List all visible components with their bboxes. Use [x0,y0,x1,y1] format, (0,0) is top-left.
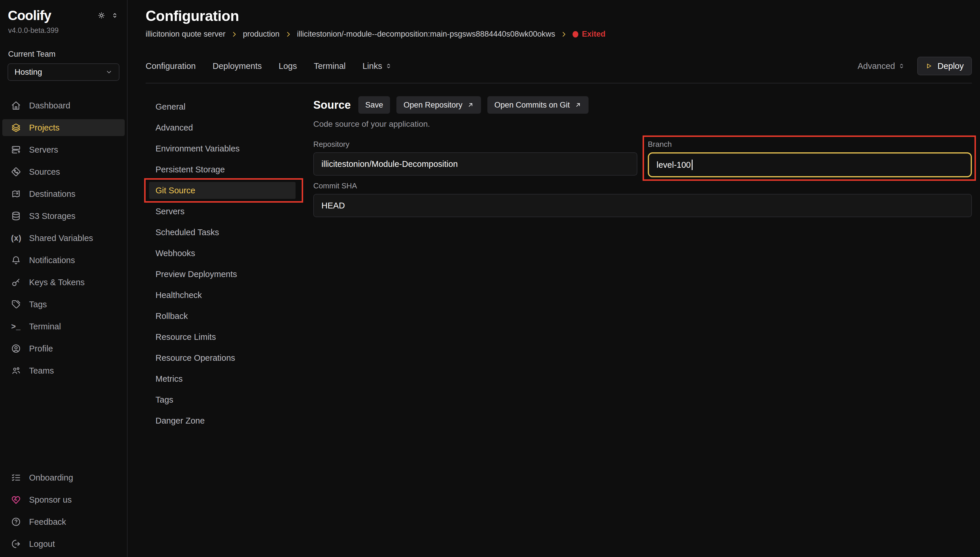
repository-field: Repository [313,140,637,178]
config-subnav: General Advanced Environment Variables P… [146,96,313,433]
chevrons-up-down-icon [898,62,905,70]
breadcrumb-project[interactable]: illicitonion quote server [146,30,226,39]
chevrons-up-down-icon[interactable] [111,12,118,19]
git-source-icon [11,167,21,177]
sidebar-item-label: Destinations [29,189,76,199]
subnav-item-preview-deployments[interactable]: Preview Deployments [149,266,296,283]
subnav-item-tags[interactable]: Tags [149,391,296,408]
logo-row: Coolify [0,7,127,24]
sidebar-item-notifications[interactable]: Notifications [2,252,125,269]
sidebar-item-sponsor-us[interactable]: Sponsor us [2,491,125,508]
subnav-item-resource-limits[interactable]: Resource Limits [149,329,296,345]
subnav-item-persistent-storage[interactable]: Persistent Storage [149,161,296,178]
branch-label: Branch [648,140,972,149]
subnav-label: Servers [156,207,185,216]
git-source-panel: Source Save Open Repository Open Commits… [313,96,972,217]
sidebar-item-terminal[interactable]: >_ Terminal [2,318,125,335]
subnav-item-healthcheck[interactable]: Healthcheck [149,287,296,303]
subnav-item-metrics[interactable]: Metrics [149,370,296,387]
chevron-right-icon [231,31,238,38]
branch-input[interactable]: level-100 [648,152,972,178]
sidebar-item-label: Logout [29,539,55,549]
sidebar-item-tags[interactable]: Tags [2,296,125,313]
repository-input[interactable] [313,152,637,176]
subnav-label: Resource Limits [156,332,216,342]
subnav-label: Danger Zone [156,416,205,426]
commit-sha-input[interactable] [313,194,972,217]
sidebar-item-label: Keys & Tokens [29,278,85,287]
sidebar-item-label: Tags [29,300,47,309]
subnav-label: Healthcheck [156,290,202,300]
subnav-item-danger-zone[interactable]: Danger Zone [149,412,296,429]
team-select[interactable]: Hosting [8,64,119,81]
deploy-label: Deploy [938,61,964,71]
deploy-button[interactable]: Deploy [917,57,972,75]
tab-configuration[interactable]: Configuration [146,61,196,71]
subnav-item-general[interactable]: General [149,98,296,115]
tab-terminal[interactable]: Terminal [314,61,346,71]
sidebar-item-label: Servers [29,145,58,155]
arrow-up-right-icon [575,101,582,108]
sidebar-item-logout[interactable]: Logout [2,536,125,552]
sidebar-item-label: Sources [29,167,60,177]
database-icon [11,211,21,221]
key-icon [11,277,21,287]
chevrons-up-down-icon [385,62,392,70]
save-label: Save [365,101,384,109]
open-commits-button[interactable]: Open Commits on Git [488,96,588,114]
commit-sha-field: Commit SHA [313,181,972,217]
sidebar-item-profile[interactable]: Profile [2,340,125,357]
sidebar-item-destinations[interactable]: Destinations [2,186,125,202]
subnav-item-git-source[interactable]: Git Source [149,182,296,199]
app-logo: Coolify [8,8,51,23]
subnav-label: Webhooks [156,249,195,258]
subnav-label: Git Source [156,186,195,195]
subnav-item-advanced[interactable]: Advanced [149,119,296,136]
sidebar-item-keys-tokens[interactable]: Keys & Tokens [2,274,125,291]
tab-links[interactable]: Links [362,61,392,71]
subnav-item-rollback[interactable]: Rollback [149,308,296,324]
sidebar-item-label: Onboarding [29,473,73,482]
save-button[interactable]: Save [358,96,390,114]
sidebar-item-label: Dashboard [29,101,70,111]
logout-icon [11,539,21,549]
chevron-right-icon [285,31,292,38]
breadcrumb: illicitonion quote server production ill… [146,30,972,39]
current-team-label: Current Team [8,50,119,59]
subnav-label: Preview Deployments [156,269,237,279]
sidebar-item-label: Profile [29,344,53,353]
subnav-item-environment-variables[interactable]: Environment Variables [149,140,296,157]
tab-logs[interactable]: Logs [279,61,297,71]
subnav-item-resource-operations[interactable]: Resource Operations [149,349,296,366]
sidebar-item-projects[interactable]: Projects [2,119,125,136]
sidebar-item-dashboard[interactable]: Dashboard [2,97,125,114]
subnav-label: Resource Operations [156,353,235,363]
subnav-label: Scheduled Tasks [156,228,219,237]
subnav-item-scheduled-tasks[interactable]: Scheduled Tasks [149,224,296,241]
sidebar: Coolify v4.0.0-beta.399 Current Team Hos… [0,0,128,557]
sidebar-item-label: Notifications [29,256,75,265]
open-repository-button[interactable]: Open Repository [397,96,481,114]
heart-handshake-icon [11,495,21,505]
sidebar-item-sources[interactable]: Sources [2,163,125,180]
team-select-value: Hosting [15,67,42,77]
panel-subtitle: Code source of your application. [313,119,972,129]
panel-title: Source [313,99,351,111]
sidebar-item-teams[interactable]: Teams [2,362,125,379]
branch-field: Branch level-100 [648,140,972,178]
breadcrumb-application[interactable]: illicitestonion/-module--decomposition:m… [297,30,555,39]
sidebar-item-onboarding[interactable]: Onboarding [2,469,125,486]
sidebar-item-s3-storages[interactable]: S3 Storages [2,208,125,225]
subnav-item-servers[interactable]: Servers [149,203,296,220]
sidebar-item-servers[interactable]: Servers [2,141,125,158]
subnav-item-webhooks[interactable]: Webhooks [149,245,296,262]
advanced-menu[interactable]: Advanced [858,61,905,71]
sidebar-item-label: Shared Variables [29,233,93,243]
sidebar-item-label: Terminal [29,322,61,331]
breadcrumb-environment[interactable]: production [243,30,280,39]
status-label: Exited [582,30,605,39]
sidebar-item-shared-variables[interactable]: (x) Shared Variables [2,230,125,246]
sidebar-item-feedback[interactable]: Feedback [2,513,125,530]
sun-icon[interactable] [98,12,105,19]
tab-deployments[interactable]: Deployments [213,61,262,71]
